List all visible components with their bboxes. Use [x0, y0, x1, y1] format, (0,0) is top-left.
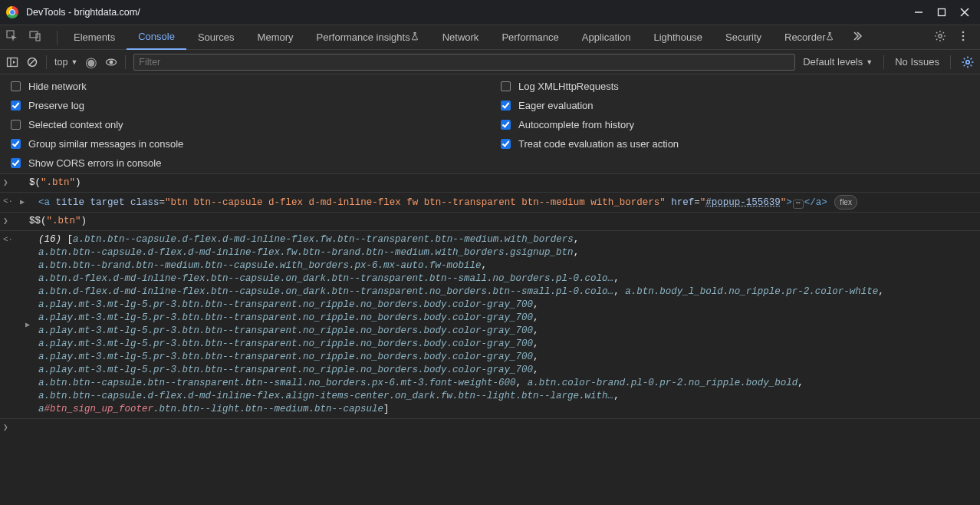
setting-hide-network[interactable]: Hide network: [11, 81, 490, 92]
device-toggle-icon[interactable]: [29, 30, 41, 45]
kebab-menu-icon[interactable]: [957, 30, 969, 45]
setting-autocomplete-from-history[interactable]: Autocomplete from history: [501, 119, 980, 130]
svg-point-16: [110, 61, 113, 64]
tab-recorder[interactable]: Recorder: [773, 25, 846, 50]
svg-point-7: [939, 35, 942, 38]
checkbox[interactable]: [11, 158, 21, 168]
issues-label: No Issues: [895, 56, 939, 68]
console-toolbar: top ▼ ◉ Default levels ▼ No Issues: [0, 49, 980, 74]
setting-label: Group similar messages in console: [28, 138, 183, 150]
tab-performance-insights[interactable]: Performance insights: [305, 25, 431, 50]
tab-application[interactable]: Application: [571, 25, 643, 50]
svg-rect-11: [8, 58, 18, 66]
tab-lighthouse[interactable]: Lighthouse: [642, 25, 714, 50]
setting-label: Show CORS errors in console: [28, 157, 161, 169]
chrome-icon: [6, 6, 18, 18]
context-selector[interactable]: top ▼: [54, 57, 77, 68]
window-minimize[interactable]: [914, 8, 923, 17]
console-prompt[interactable]: ❯: [0, 419, 980, 424]
setting-label: Selected context only: [28, 119, 123, 130]
tab-security[interactable]: Security: [714, 25, 773, 50]
checkbox[interactable]: [501, 120, 511, 130]
setting-show-cors-errors-in-console[interactable]: Show CORS errors in console: [11, 157, 490, 169]
tab-memory[interactable]: Memory: [246, 25, 305, 50]
svg-rect-1: [939, 9, 945, 16]
console-input-row[interactable]: ❯$$(".btn"): [0, 213, 980, 231]
svg-point-8: [962, 31, 965, 34]
tab-performance[interactable]: Performance: [490, 25, 570, 50]
inspect-icon[interactable]: [6, 30, 18, 45]
window-maximize[interactable]: [937, 8, 946, 17]
live-expression-icon[interactable]: [105, 56, 117, 68]
issues-link[interactable]: No Issues: [895, 56, 939, 68]
settings-gear-icon[interactable]: [934, 30, 946, 45]
console-output-row[interactable]: <·▶<a title target class="btn btn--capsu…: [0, 193, 980, 213]
title-bar: DevTools - brightdata.com/: [0, 0, 980, 25]
context-label: top: [54, 57, 67, 68]
svg-point-9: [962, 35, 965, 38]
log-levels-dropdown[interactable]: Default levels ▼: [803, 56, 873, 68]
setting-preserve-log[interactable]: Preserve log: [11, 100, 490, 111]
setting-group-similar-messages-in-console[interactable]: Group similar messages in console: [11, 138, 490, 150]
checkbox[interactable]: [501, 81, 511, 91]
setting-label: Log XMLHttpRequests: [518, 81, 619, 92]
window-close[interactable]: [960, 8, 969, 17]
filter-input[interactable]: [133, 54, 795, 71]
clear-console-icon[interactable]: [26, 56, 38, 68]
expand-icon[interactable]: ▶: [25, 319, 30, 332]
checkbox[interactable]: [11, 81, 21, 91]
checkbox[interactable]: [11, 120, 21, 130]
devtools-tab-strip: ElementsConsoleSourcesMemoryPerformance …: [0, 25, 980, 49]
console-input-row[interactable]: ❯$(".btn"): [0, 174, 980, 193]
checkbox[interactable]: [11, 101, 21, 111]
console-settings-gear-icon[interactable]: [962, 56, 974, 68]
setting-label: Hide network: [28, 81, 87, 92]
setting-selected-context-only[interactable]: Selected context only: [11, 119, 490, 130]
flask-icon: [825, 31, 834, 43]
tab-sources[interactable]: Sources: [186, 25, 246, 50]
more-tabs-icon[interactable]: [850, 30, 863, 45]
checkbox[interactable]: [11, 139, 21, 149]
svg-line-14: [29, 59, 35, 65]
tab-network[interactable]: Network: [431, 25, 491, 50]
log-levels-label: Default levels: [803, 56, 863, 68]
setting-eager-evaluation[interactable]: Eager evaluation: [501, 100, 980, 111]
tab-console[interactable]: Console: [127, 25, 186, 50]
setting-log-xmlhttprequests[interactable]: Log XMLHttpRequests: [501, 81, 980, 92]
setting-label: Treat code evaluation as user action: [518, 138, 679, 150]
window-title: DevTools - brightdata.com/: [26, 7, 914, 18]
setting-label: Eager evaluation: [518, 100, 594, 111]
checkbox[interactable]: [501, 139, 511, 149]
setting-label: Preserve log: [28, 100, 84, 111]
console-settings-panel: Hide networkPreserve logSelected context…: [0, 74, 980, 173]
checkbox[interactable]: [501, 101, 511, 111]
svg-point-10: [962, 39, 965, 41]
toggle-sidebar-icon[interactable]: [6, 56, 18, 68]
console-output-row[interactable]: <·(16) [a.btn.btn--capsule.d-flex.d-md-i…: [0, 231, 980, 419]
flask-icon: [410, 31, 419, 43]
console-output[interactable]: ❯$(".btn")<·▶<a title target class="btn …: [0, 173, 980, 505]
setting-treat-code-evaluation-as-user-action[interactable]: Treat code evaluation as user action: [501, 138, 980, 150]
tab-elements[interactable]: Elements: [62, 25, 127, 50]
setting-label: Autocomplete from history: [518, 119, 634, 130]
